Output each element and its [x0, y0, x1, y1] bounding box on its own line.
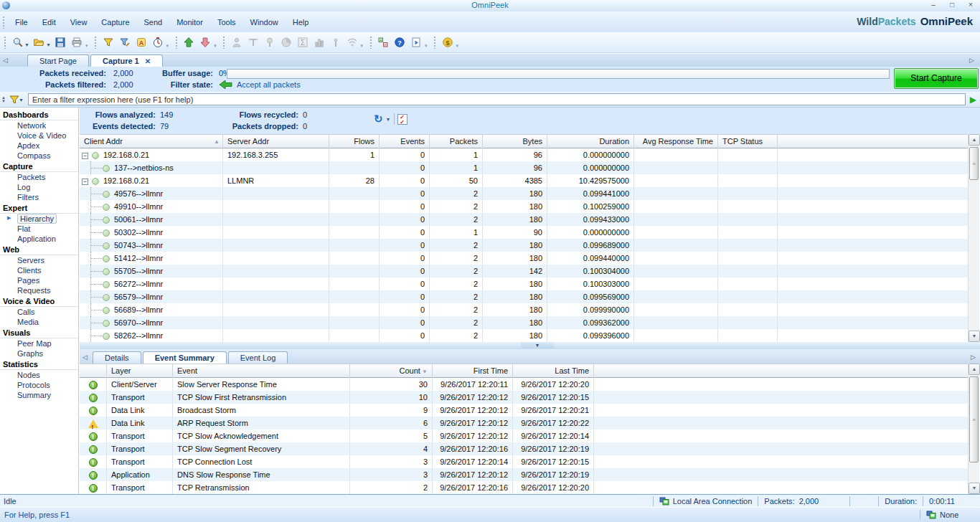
toolbar-overflow-icon[interactable]: ▾ [456, 43, 458, 49]
save-icon[interactable] [52, 34, 69, 50]
scroll-up-icon[interactable]: ▲ [969, 134, 980, 146]
refresh-icon[interactable]: ↻ [374, 113, 383, 125]
sidebar-item-apdex[interactable]: Apdex [0, 141, 78, 151]
column-header-count[interactable]: Count ▼ [350, 364, 433, 378]
tab-details[interactable]: Details [93, 351, 141, 364]
event-row[interactable]: !ApplicationDNS Slow Response Time39/26/… [80, 468, 968, 481]
sidebar-item-requests[interactable]: Requests [0, 285, 78, 295]
flow-row[interactable]: 55705-->llmnr021420.100304000 [80, 265, 968, 277]
column-header-avg-response-time[interactable]: Avg Response Time [634, 135, 718, 148]
sidebar-item-pages[interactable]: Pages [0, 275, 78, 285]
flow-row[interactable]: 49576-->llmnr021800.099441000 [80, 187, 968, 200]
wifi-icon[interactable] [344, 34, 360, 50]
menu-item-tools[interactable]: Tools [210, 16, 243, 29]
resolve-names-icon[interactable] [197, 34, 214, 50]
column-header-flows[interactable]: Flows [329, 135, 380, 148]
sidebar-item-calls[interactable]: Calls [0, 307, 78, 317]
flow-row[interactable]: 58262-->llmnr021800.099396000 [80, 329, 968, 342]
graphs-bar-icon[interactable] [311, 34, 327, 50]
options-icon[interactable]: +− [375, 34, 392, 50]
summary-sigma-icon[interactable]: Σ [294, 34, 311, 50]
sidebar-item-summary[interactable]: Summary [0, 390, 78, 400]
toolbar-overflow-icon[interactable]: ▾ [360, 43, 363, 49]
hierarchy-tools-icon[interactable] [245, 34, 261, 50]
scroll-thumb[interactable]: ≡ [969, 376, 979, 462]
filter-funnel-button[interactable]: ▼ [9, 94, 25, 105]
tree-collapse-icon[interactable]: − [82, 179, 88, 185]
menu-item-window[interactable]: Window [243, 16, 286, 29]
event-row[interactable]: !TransportTCP Connection Lost39/26/2017 … [80, 455, 968, 468]
event-row[interactable]: !TransportTCP Slow Segment Recovery49/26… [80, 442, 968, 455]
menu-item-help[interactable]: Help [286, 16, 316, 29]
sidebar-item-peer-map[interactable]: Peer Map [0, 338, 78, 348]
refresh-dropdown-icon[interactable]: ▼ [386, 117, 391, 122]
apply-filter-icon[interactable]: ▶ [970, 95, 976, 105]
flow-row[interactable]: 49910-->llmnr021800.100259000 [80, 200, 968, 213]
start-page-icon[interactable] [408, 34, 425, 50]
column-header-layer[interactable]: Layer [107, 364, 173, 378]
menu-item-monitor[interactable]: Monitor [169, 16, 210, 29]
new-capture-icon[interactable] [9, 34, 26, 50]
filter-icon[interactable] [100, 34, 116, 50]
insert-name-table-icon[interactable] [181, 34, 197, 50]
node-pin-icon[interactable] [261, 34, 278, 50]
flow-table-scrollbar[interactable]: ▲ ≡ ▼ [968, 134, 979, 342]
menu-item-send[interactable]: Send [137, 16, 170, 29]
flow-row[interactable]: 56689-->llmnr021800.099990000 [80, 303, 968, 316]
sidebar-item-media[interactable]: Media [0, 317, 78, 327]
event-finder-settings-icon[interactable]: ✓✓ [397, 114, 407, 125]
edit-filter-icon[interactable] [116, 34, 133, 50]
coin-icon[interactable]: $ [439, 34, 456, 50]
filter-state-value[interactable]: Accept all packets [237, 80, 301, 89]
new-capture-icon-dropdown[interactable]: ▼ [24, 42, 29, 47]
flow-row[interactable]: 50061-->llmnr021800.099433000 [80, 213, 968, 226]
clients-icon[interactable] [228, 34, 245, 50]
event-row[interactable]: !TransportTCP Retransmission29/26/2017 1… [80, 481, 968, 494]
column-header-duration[interactable]: Duration [547, 135, 634, 148]
scroll-up-icon[interactable]: ▲ [969, 364, 980, 375]
maximize-button[interactable]: □ [943, 1, 961, 10]
detail-tab-scroll-left-icon[interactable]: ◁ [83, 353, 88, 361]
flow-row[interactable]: 56970-->llmnr021800.099362000 [80, 316, 968, 329]
toolbar-overflow-icon[interactable]: ▾ [214, 43, 217, 49]
scroll-thumb[interactable]: ≡ [969, 147, 979, 180]
panel-splitter[interactable]: ▼ [80, 342, 980, 349]
tree-collapse-icon[interactable]: − [82, 153, 88, 159]
flow-row[interactable]: 56272-->llmnr021800.100303000 [80, 277, 968, 290]
tab-capture-1[interactable]: Capture 1✕ [90, 54, 163, 67]
column-header-events[interactable]: Events [380, 135, 430, 148]
alarms-icon[interactable]: A [133, 34, 149, 50]
antenna-icon[interactable] [327, 34, 344, 50]
clock-icon[interactable] [149, 34, 166, 50]
sidebar-item-voice-video[interactable]: Voice & Video [0, 130, 78, 141]
event-row[interactable]: !Client/ServerSlow Server Response Time3… [80, 378, 968, 391]
tab-scroll-left-icon[interactable]: ◁ [3, 57, 8, 64]
sidebar-item-protocols[interactable]: Protocols [0, 380, 78, 390]
event-row[interactable]: !TransportTCP Slow First Retransmission1… [80, 391, 968, 404]
toolbar-overflow-icon[interactable]: ▾ [85, 43, 88, 49]
close-button[interactable]: × [961, 1, 980, 10]
column-header-server-addr[interactable]: Server Addr [223, 135, 329, 148]
print-icon[interactable] [69, 34, 85, 50]
filter-expression-input[interactable] [28, 93, 966, 105]
sidebar-item-flat[interactable]: Flat [0, 224, 78, 234]
open-file-icon[interactable] [31, 34, 47, 50]
filter-spinner[interactable]: ▲▼ [0, 96, 7, 103]
sidebar-item-hierarchy[interactable]: ▶Hierarchy [0, 214, 78, 224]
column-header-event[interactable]: Event [173, 364, 350, 378]
tab-scroll-right-icon[interactable]: ▷ [969, 57, 974, 64]
column-header-tcp-status[interactable]: TCP Status [718, 135, 778, 148]
menu-item-capture[interactable]: Capture [94, 16, 136, 29]
open-file-icon-dropdown[interactable]: ▼ [46, 42, 51, 47]
toolbar-overflow-icon[interactable]: ▾ [425, 43, 428, 49]
sidebar-item-log[interactable]: Log [0, 182, 78, 192]
protocols-pie-icon[interactable] [278, 34, 294, 50]
sidebar-item-clients[interactable]: Clients [0, 265, 78, 275]
tab-event-log[interactable]: Event Log [228, 351, 288, 364]
flow-row[interactable]: −192.168.0.21LLMNR28050438510.429575000 [80, 174, 968, 187]
event-row[interactable]: !TransportTCP Slow Acknowledgement59/26/… [80, 430, 968, 442]
sidebar-item-compass[interactable]: Compass [0, 151, 78, 161]
event-row[interactable]: !Data LinkARP Request Storm69/26/2017 12… [80, 417, 968, 430]
sidebar-item-network[interactable]: Network [0, 120, 78, 130]
column-header-first-time[interactable]: First Time [433, 364, 513, 378]
